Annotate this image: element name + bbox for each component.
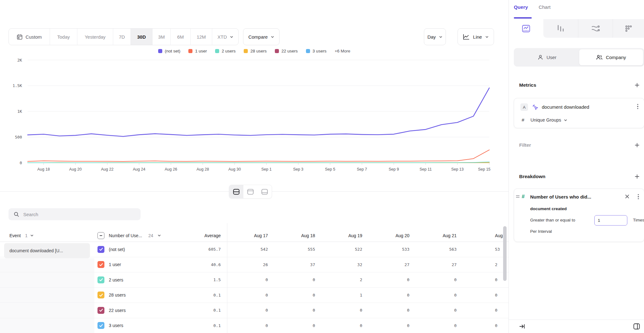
date-value: 0 <box>409 293 457 298</box>
date-value: 32 <box>315 262 362 267</box>
search-box <box>8 208 141 220</box>
date-value: 0 <box>409 323 457 328</box>
range-6m-button[interactable]: 6M <box>171 29 191 45</box>
measure-dropdown[interactable]: Unique Groups <box>530 117 567 123</box>
chart-type-line-button[interactable] <box>509 19 543 38</box>
date-column-header[interactable]: Aug 18 <box>268 233 315 238</box>
legend-more[interactable]: +6 More <box>335 49 350 53</box>
series-checkbox[interactable] <box>97 246 104 253</box>
series-checkbox[interactable] <box>97 292 104 298</box>
svg-text:Aug 22: Aug 22 <box>101 167 114 172</box>
collapse-panel-icon[interactable] <box>519 324 525 329</box>
add-filter-icon[interactable] <box>635 143 640 148</box>
metric-badge: A <box>520 103 528 111</box>
company-icon <box>596 55 602 60</box>
date-column-header[interactable]: Aug 21 <box>409 233 457 238</box>
legend-item[interactable]: 22 users <box>275 49 298 53</box>
legend-item[interactable]: 28 users <box>244 49 267 53</box>
add-metric-icon[interactable] <box>635 83 640 88</box>
svg-text:Aug 18: Aug 18 <box>37 167 50 172</box>
legend-item[interactable]: 3 users <box>306 49 326 53</box>
date-value: 0 <box>362 293 409 298</box>
series-label: 3 users <box>109 323 123 328</box>
chart-type-bar-button[interactable] <box>543 19 578 38</box>
chart-type-label: Line <box>473 34 482 40</box>
date-value: 1 <box>315 293 362 298</box>
legend-swatch <box>215 49 219 53</box>
tab-chart[interactable]: Chart <box>539 4 551 10</box>
date-value: 533 <box>362 247 409 252</box>
date-value: 0 <box>268 323 315 328</box>
scope-company-option[interactable]: Company <box>579 49 643 65</box>
date-column-header[interactable]: Aug 20 <box>362 233 409 238</box>
interval-dropdown[interactable]: Day <box>424 28 446 45</box>
range-12m-button[interactable]: 12M <box>191 29 212 45</box>
tab-query[interactable]: Query <box>514 4 528 10</box>
layout-top-icon[interactable] <box>243 185 258 198</box>
series-label: (not set) <box>109 247 125 252</box>
svg-text:500: 500 <box>15 135 22 139</box>
drag-handle-icon[interactable] <box>516 195 519 198</box>
date-value: 0 <box>221 323 268 328</box>
table-row: 2 users 1.5 00200 0 <box>0 272 508 288</box>
breakdown-event-name: document created <box>530 206 567 211</box>
layout-split-icon[interactable] <box>229 185 243 198</box>
table-scrollbar[interactable] <box>503 226 507 281</box>
legend-item[interactable]: (not set) <box>158 49 180 53</box>
date-column-header[interactable]: Aug 19 <box>315 233 362 238</box>
scope-user-option[interactable]: User <box>515 49 579 65</box>
svg-text:2K: 2K <box>17 58 22 63</box>
breakdown-value-input[interactable] <box>594 215 627 226</box>
series-checkbox[interactable] <box>97 322 104 329</box>
event-column-header[interactable]: Event1 <box>0 233 94 238</box>
date-column-header[interactable]: Aug 17 <box>221 233 268 238</box>
legend-item[interactable]: 1 user <box>188 49 207 53</box>
chevron-down-icon <box>485 35 489 39</box>
breakdown-unit-label: Times <box>633 218 644 222</box>
average-column-header[interactable]: Average <box>173 233 221 238</box>
filter-title: Filter <box>519 142 531 148</box>
range-3m-button[interactable]: 3M <box>153 29 171 45</box>
svg-text:Sep 7: Sep 7 <box>357 167 367 172</box>
chart-type-more-button[interactable] <box>613 19 644 38</box>
series-checkbox[interactable] <box>97 307 104 314</box>
event-list-item[interactable]: document downloaded [U... <box>4 243 90 258</box>
compare-button[interactable]: Compare <box>243 28 280 45</box>
layout-toggle-group <box>229 185 272 199</box>
range-yesterday-button[interactable]: Yesterday <box>77 29 113 45</box>
analytics-app: CustomTodayYesterday7D30D3M6M12MXTD Comp… <box>0 0 644 333</box>
series-column-header[interactable]: Number of Use...24 <box>94 232 173 239</box>
date-value: 2 <box>315 277 362 282</box>
metrics-section-header: Metrics <box>519 82 640 88</box>
chevron-down-icon <box>439 35 442 39</box>
range-7d-button[interactable]: 7D <box>113 29 131 45</box>
date-value: 555 <box>268 247 315 252</box>
chart-type-dropdown[interactable]: Line <box>458 28 494 45</box>
panel-split-icon[interactable] <box>633 323 640 330</box>
measure-hash: # <box>522 117 524 123</box>
chevron-down-icon <box>564 118 567 122</box>
metric-menu-icon[interactable] <box>635 104 640 109</box>
range-custom-button[interactable]: Custom <box>9 29 50 45</box>
legend-item[interactable]: 2 users <box>215 49 236 53</box>
close-icon[interactable] <box>625 194 630 199</box>
series-checkbox[interactable] <box>97 276 104 283</box>
range-label: 12M <box>197 34 206 40</box>
layout-bottom-icon[interactable] <box>258 185 272 198</box>
metric-card[interactable]: A document downloaded # Unique Groups <box>514 98 644 128</box>
range-30d-button[interactable]: 30D <box>131 29 153 45</box>
main-area: CustomTodayYesterday7D30D3M6M12MXTD Comp… <box>0 0 508 333</box>
date-value: 0 <box>315 308 362 313</box>
date-value: 542 <box>221 247 268 252</box>
range-today-button[interactable]: Today <box>50 29 77 45</box>
series-checkbox[interactable] <box>97 261 104 268</box>
select-all-checkbox[interactable] <box>97 232 104 239</box>
svg-text:Sep 1: Sep 1 <box>261 167 272 172</box>
chart-type-flow-button[interactable] <box>578 19 613 38</box>
breakdown-menu-icon[interactable] <box>636 194 641 199</box>
search-input[interactable] <box>23 212 127 217</box>
date-column-header-clipped: Aug 2 <box>457 233 508 238</box>
range-label: 30D <box>137 34 146 40</box>
add-breakdown-icon[interactable] <box>635 174 640 179</box>
range-xtd-button[interactable]: XTD <box>212 29 238 45</box>
